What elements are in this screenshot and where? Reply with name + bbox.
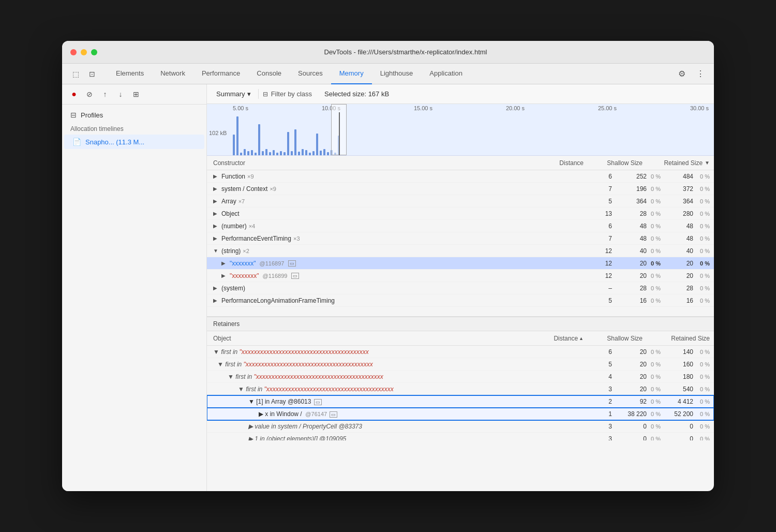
- title-bar: DevTools - file:///Users/stmarthe/x-repl…: [62, 41, 714, 64]
- td-constructor: ▶ (system): [207, 285, 572, 292]
- filter-label: Filter by class: [271, 90, 312, 98]
- timeline-bar: [255, 153, 257, 155]
- tab-elements[interactable]: Elements: [108, 64, 152, 84]
- td-constructor: ▶ PerformanceLongAnimationFrameTiming: [207, 297, 572, 304]
- toolbar-left-icons: ⬚ ⊡: [68, 67, 99, 81]
- table-row[interactable]: ▶ PerformanceEventTiming ×3 7 48 0 % 48 …: [207, 232, 714, 245]
- lower-section: Retainers Object Distance▲ Shallow Size …: [207, 316, 714, 440]
- timeline-bar: [240, 153, 242, 155]
- th-ret-shallow: Shallow Size: [590, 335, 647, 342]
- retainers-row-highlighted[interactable]: ▶ x in Window / @76147 ▭ 1 38 220 0 % 52…: [207, 408, 714, 420]
- table-row[interactable]: ▶ Object 13 28 0 % 280 0 %: [207, 208, 714, 220]
- tab-application[interactable]: Application: [421, 64, 471, 84]
- summary-dropdown-arrow: ▾: [247, 90, 251, 98]
- copy-icon[interactable]: ▭: [291, 273, 299, 279]
- table-row[interactable]: ▶ Function ×9 6 252 0 % 484 0 %: [207, 170, 714, 183]
- th-constructor: Constructor: [207, 159, 543, 167]
- th-ret-retained: Retained Size: [647, 335, 714, 342]
- timeline-bar: [283, 152, 286, 155]
- timeline-cursor: [339, 112, 340, 155]
- th-distance: Distance: [543, 159, 590, 167]
- retainers-table-header: Object Distance▲ Shallow Size Retained S…: [207, 331, 714, 346]
- retainers-label: Retainers: [213, 320, 240, 328]
- record-button[interactable]: ●: [67, 87, 81, 101]
- right-panel: Summary ▾ ⊟ Filter by class Selected siz…: [207, 84, 714, 491]
- sort-arrow: ▼: [705, 160, 710, 166]
- summary-dropdown[interactable]: Summary ▾: [213, 89, 254, 99]
- timeline-labels: 5.00 s 10.00 s 15.00 s 20.00 s 25.00 s 3…: [228, 105, 714, 111]
- tab-network[interactable]: Network: [152, 64, 193, 84]
- retainers-row-highlighted[interactable]: ▼ [1] in Array @86013 ▭ 2 92 0 % 4 412 0…: [207, 395, 714, 408]
- table-row[interactable]: ▶ (number) ×4 6 48 0 % 48 0 %: [207, 220, 714, 232]
- close-button[interactable]: [70, 49, 77, 55]
- main-content: ● ⊘ ↑ ↓ ⊞ ⊟ Profiles Allocation timeline…: [62, 84, 714, 491]
- upload-button[interactable]: ↑: [98, 87, 112, 101]
- download-button[interactable]: ↓: [114, 87, 127, 101]
- timeline-bar: [309, 153, 311, 155]
- tab-lighthouse[interactable]: Lighthouse: [372, 64, 422, 84]
- tab-performance[interactable]: Performance: [193, 64, 248, 84]
- table-row[interactable]: ▶ "xxxxxxxx" @116899 ▭ 12 20 0 % 20 0 %: [207, 270, 714, 282]
- timeline-bar: [244, 149, 246, 155]
- td-constructor: ▶ Function ×9: [207, 173, 572, 180]
- upper-table-body: ▶ Function ×9 6 252 0 % 484 0 % ▶: [207, 170, 714, 316]
- retainers-row[interactable]: ▼ first in "xxxxxxxxxxxxxxxxxxxxxxxxxxxx…: [207, 358, 714, 371]
- distance-sort-arrow: ▲: [579, 336, 584, 341]
- timeline-bar: [320, 151, 322, 155]
- table-row[interactable]: ▼ (string) ×2 12 40 0 % 40 0 %: [207, 245, 714, 257]
- sliders-icon: ⊟: [70, 111, 77, 119]
- toolbar-right: ⚙ ⋮: [675, 67, 708, 81]
- table-row[interactable]: ▶ PerformanceLongAnimationFrameTiming 5 …: [207, 294, 714, 307]
- retainers-row[interactable]: ▶ value in system / PropertyCell @83373 …: [207, 420, 714, 433]
- traffic-lights: [70, 49, 97, 55]
- tab-memory[interactable]: Memory: [331, 64, 372, 84]
- copy-icon[interactable]: ▭: [288, 260, 296, 267]
- retainers-row[interactable]: ▶ 1 in (object elements)[] @109095 3 0 0…: [207, 433, 714, 440]
- timeline-bar: [251, 150, 253, 155]
- more-options-icon[interactable]: ⋮: [693, 67, 708, 81]
- timeline-label-5: 30.00 s: [690, 105, 709, 111]
- retainers-table-body: ▼ first in "xxxxxxxxxxxxxxxxxxxxxxxxxxxx…: [207, 346, 714, 440]
- retainers-section-header: Retainers: [207, 317, 714, 331]
- th-retained-size: Retained Size ▼: [647, 159, 714, 167]
- inspect-element-icon[interactable]: ⬚: [68, 67, 83, 81]
- table-row[interactable]: ▶ system / Context ×9 7 196 0 % 372 0 %: [207, 183, 714, 195]
- td-constructor: ▶ (number) ×4: [207, 223, 572, 230]
- nav-tabs: Elements Network Performance Console Sou…: [108, 64, 666, 84]
- td-constructor: ▶ "xxxxxxxx" @116899 ▭: [207, 272, 572, 279]
- allocation-timelines-label: Allocation timelines: [62, 123, 206, 135]
- table-row[interactable]: ▶ Array ×7 5 364 0 % 364 0 %: [207, 195, 714, 208]
- td-constructor: ▶ system / Context ×9: [207, 185, 572, 193]
- device-toolbar-icon[interactable]: ⊡: [85, 67, 99, 81]
- timeline-bar: [291, 151, 293, 155]
- clear-button[interactable]: ⊘: [83, 87, 96, 101]
- timeline-bar: [294, 129, 296, 155]
- settings-icon[interactable]: ⚙: [675, 67, 689, 81]
- th-object: Object: [207, 335, 543, 342]
- collect-button[interactable]: ⊞: [129, 87, 143, 101]
- tab-sources[interactable]: Sources: [290, 64, 331, 84]
- timeline-bar: [316, 134, 318, 155]
- tab-console[interactable]: Console: [248, 64, 290, 84]
- maximize-button[interactable]: [91, 49, 97, 55]
- table-row[interactable]: ▶ (system) – 28 0 % 28 0 %: [207, 282, 714, 294]
- upper-table-header: Constructor Distance Shallow Size Retain…: [207, 156, 714, 170]
- minimize-button[interactable]: [81, 49, 87, 55]
- timeline-bar: [327, 152, 329, 155]
- retainers-row[interactable]: ▼ first in "xxxxxxxxxxxxxxxxxxxxxxxxxxxx…: [207, 371, 714, 383]
- th-shallow-size: Shallow Size: [590, 159, 647, 167]
- sidebar-header: ⊟ Profiles: [62, 105, 206, 123]
- td-constructor: ▶ Object: [207, 210, 572, 217]
- retainers-row[interactable]: ▼ first in "xxxxxxxxxxxxxxxxxxxxxxxxxxxx…: [207, 383, 714, 395]
- filter-by-class[interactable]: ⊟ Filter by class: [258, 89, 316, 99]
- th-ret-distance: Distance▲: [543, 335, 590, 342]
- selected-size: Selected size: 167 kB: [324, 90, 389, 98]
- timeline-bar: [276, 153, 278, 155]
- timeline-bar: [280, 151, 282, 155]
- sidebar-snapshot-item[interactable]: 📄 Snapho... (11.3 M...: [64, 135, 204, 149]
- td-constructor: ▶ "xxxxxxx" @116897 ▭: [207, 260, 572, 267]
- retainers-row[interactable]: ▼ first in "xxxxxxxxxxxxxxxxxxxxxxxxxxxx…: [207, 346, 714, 358]
- table-row[interactable]: ▶ "xxxxxxx" @116897 ▭ 12 20 0 % 20 0 %: [207, 257, 714, 270]
- toolbar: ⬚ ⊡ Elements Network Performance Console…: [62, 64, 714, 84]
- sidebar-snapshot-label: Snapho... (11.3 M...: [85, 138, 144, 146]
